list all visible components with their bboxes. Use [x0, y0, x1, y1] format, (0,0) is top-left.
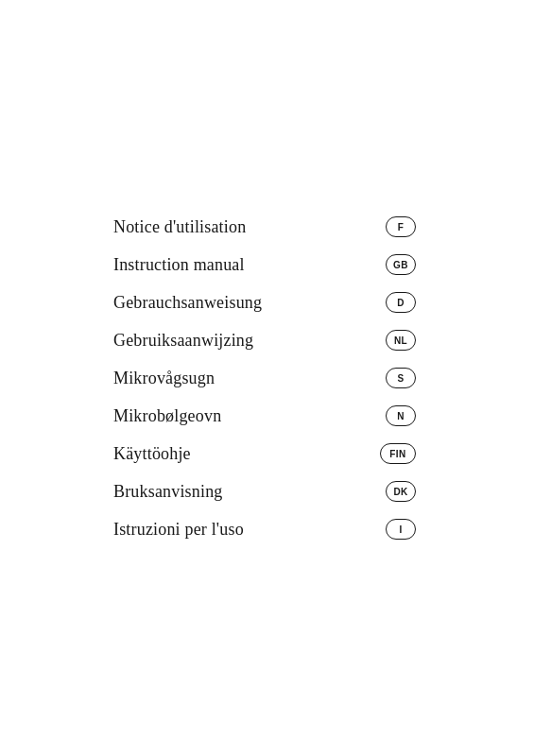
- lang-badge: S: [386, 368, 416, 388]
- manual-label: Käyttöohje: [113, 444, 191, 464]
- manual-item: Notice d'utilisationF: [113, 208, 416, 246]
- manual-label: Instruction manual: [113, 255, 245, 275]
- manual-item: KäyttöohjeFIN: [113, 435, 416, 472]
- lang-badge: GB: [386, 254, 416, 275]
- manual-label: Gebruiksaanwijzing: [113, 331, 253, 351]
- manual-item: Istruzioni per l'usoI: [113, 510, 416, 548]
- lang-badge: I: [386, 519, 416, 540]
- lang-badge: D: [386, 292, 416, 313]
- manual-item: BruksanvisningDK: [113, 472, 416, 510]
- manual-label: Gebrauchsanweisung: [113, 293, 262, 313]
- manual-label: Notice d'utilisation: [113, 217, 246, 237]
- lang-badge: NL: [386, 330, 416, 351]
- manual-label: Istruzioni per l'uso: [113, 520, 244, 540]
- manual-label: Bruksanvisning: [113, 482, 223, 502]
- manual-item: Instruction manualGB: [113, 246, 416, 284]
- manual-list: Notice d'utilisationFInstruction manualG…: [113, 208, 416, 548]
- manual-item: GebruiksaanwijzingNL: [113, 321, 416, 359]
- lang-badge: DK: [386, 481, 416, 502]
- manual-item: GebrauchsanweisungD: [113, 284, 416, 321]
- manual-item: MikrobølgeovnN: [113, 397, 416, 435]
- lang-badge: F: [386, 216, 416, 237]
- manual-item: MikrovågsugnS: [113, 359, 416, 397]
- manual-label: Mikrovågsugn: [113, 369, 215, 388]
- lang-badge: N: [386, 405, 416, 426]
- lang-badge: FIN: [380, 443, 416, 464]
- page: Notice d'utilisationFInstruction manualG…: [0, 0, 534, 756]
- manual-label: Mikrobølgeovn: [113, 406, 221, 426]
